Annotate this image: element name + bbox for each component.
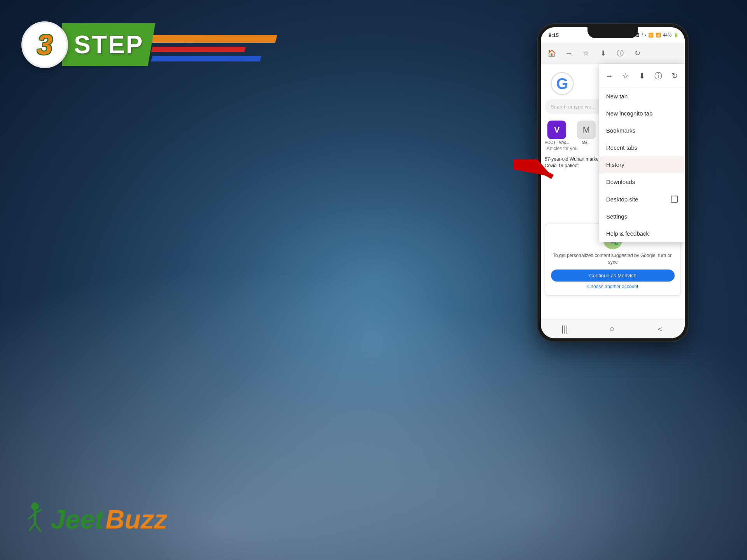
red-arrow xyxy=(514,159,564,188)
logo-buzz: Buzz xyxy=(105,504,167,534)
home-button[interactable]: 🏠 xyxy=(545,46,559,60)
menu-incognito-tab[interactable]: New incognito tab xyxy=(599,105,685,122)
menu-toolbar: → ☆ ⬇ ⓘ ↻ xyxy=(599,64,685,88)
menu-refresh-btn[interactable]: ↻ xyxy=(667,68,682,84)
voot-quick-link[interactable]: V VOOT - Wat... xyxy=(545,121,569,145)
refresh-button[interactable]: ↻ xyxy=(630,46,644,60)
menu-bookmarks[interactable]: Bookmarks xyxy=(599,122,685,139)
battery-icon: 🔋 xyxy=(673,33,679,38)
sync-description: To get personalized content suggested by… xyxy=(551,252,675,266)
nav-back-btn[interactable]: ＜ xyxy=(656,323,664,335)
menu-info-btn[interactable]: ⓘ xyxy=(651,68,666,84)
logo-jeet: Jeet xyxy=(51,504,103,534)
phone-container: 9:15 👤 🖼 f • 🛜 📶 44% 🔋 🏠 → ☆ ⬇ ⓘ xyxy=(537,23,689,342)
desktop-site-checkbox[interactable] xyxy=(671,196,678,203)
cricket-player-icon xyxy=(21,502,49,537)
dot-icon: • xyxy=(645,33,646,37)
fb-icon: f xyxy=(642,33,643,37)
download-button[interactable]: ⬇ xyxy=(596,46,610,60)
forward-button[interactable]: → xyxy=(562,46,576,60)
menu-recent-tabs-label: Recent tabs xyxy=(606,144,637,151)
bottom-nav: ||| ○ ＜ xyxy=(541,319,685,338)
logo-area: Jeet Buzz xyxy=(21,502,167,537)
chrome-menu: → ☆ ⬇ ⓘ ↻ New tab New incognito tab Book… xyxy=(599,64,685,242)
menu-new-tab[interactable]: New tab xyxy=(599,88,685,105)
me-quick-link[interactable]: M Me... xyxy=(577,121,596,145)
browser-toolbar: 🏠 → ☆ ⬇ ⓘ ↻ xyxy=(541,43,685,64)
battery-text: 44% xyxy=(663,33,672,37)
bookmark-button[interactable]: ☆ xyxy=(579,46,593,60)
line-orange xyxy=(151,35,277,43)
menu-history-label: History xyxy=(606,161,624,168)
menu-help[interactable]: Help & feedback xyxy=(599,225,685,242)
step-banner: STEP xyxy=(62,23,155,66)
continue-as-button[interactable]: Continue as Mehvish xyxy=(551,270,675,282)
signal-icon: 📶 xyxy=(656,33,661,38)
step-circle: 3 xyxy=(21,21,68,68)
step-number: 3 xyxy=(37,29,53,61)
menu-desktop-site-label: Desktop site xyxy=(606,196,638,203)
menu-settings[interactable]: Settings xyxy=(599,208,685,225)
svg-line-5 xyxy=(35,523,41,532)
search-placeholder: Search or type we... xyxy=(551,104,596,110)
info-button[interactable]: ⓘ xyxy=(613,46,627,60)
menu-forward-btn[interactable]: → xyxy=(601,68,617,84)
nav-home-btn[interactable]: ○ xyxy=(609,324,614,334)
google-logo: G xyxy=(551,72,574,95)
menu-downloads-label: Downloads xyxy=(606,178,635,185)
svg-line-2 xyxy=(28,513,35,519)
nav-menu-btn[interactable]: ||| xyxy=(561,324,568,334)
svg-line-4 xyxy=(29,523,35,531)
menu-recent-tabs[interactable]: Recent tabs xyxy=(599,139,685,156)
voot-label: VOOT - Wat... xyxy=(545,140,569,145)
svg-point-0 xyxy=(31,502,39,510)
step-label: STEP xyxy=(74,31,144,59)
phone-notch xyxy=(587,27,638,38)
menu-help-label: Help & feedback xyxy=(606,230,649,237)
red-arrow-svg xyxy=(514,159,564,187)
line-blue xyxy=(151,56,261,61)
wifi-icon: 🛜 xyxy=(648,33,654,38)
articles-for-you: Articles for you xyxy=(547,146,577,151)
status-time: 9:15 xyxy=(547,32,559,38)
menu-settings-label: Settings xyxy=(606,213,627,220)
line-red xyxy=(151,47,246,52)
menu-new-tab-label: New tab xyxy=(606,93,628,100)
step-badge: 3 STEP xyxy=(21,21,161,68)
menu-star-btn[interactable]: ☆ xyxy=(618,68,633,84)
menu-downloads[interactable]: Downloads xyxy=(599,173,685,191)
menu-bookmarks-label: Bookmarks xyxy=(606,127,635,134)
menu-incognito-label: New incognito tab xyxy=(606,110,652,117)
menu-history[interactable]: History xyxy=(599,156,685,173)
me-label: Me... xyxy=(582,140,591,145)
choose-account-link[interactable]: Choose another account xyxy=(551,284,675,289)
menu-desktop-site[interactable]: Desktop site xyxy=(599,191,685,208)
menu-download-btn[interactable]: ⬇ xyxy=(634,68,650,84)
decorative-lines xyxy=(152,35,276,61)
